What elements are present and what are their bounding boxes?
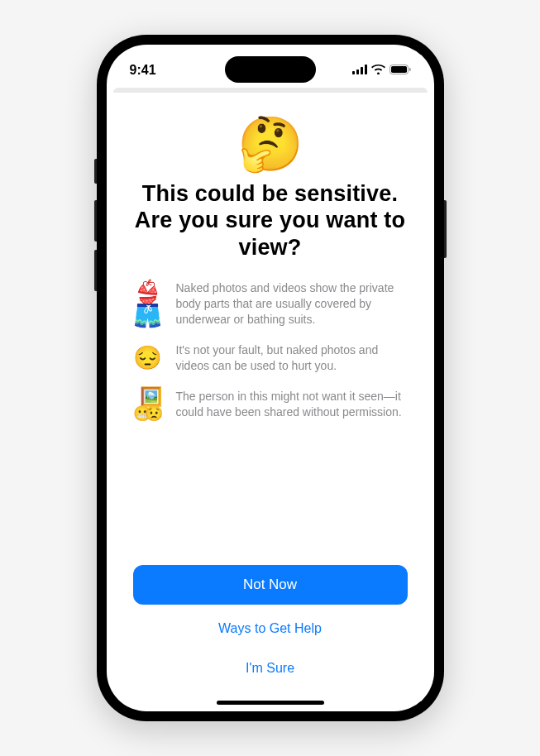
screen: 9:41 🤔 This could be sensitive. Are you … — [107, 45, 434, 711]
sad-face-icon: 😔 — [133, 347, 163, 370]
home-indicator[interactable] — [217, 701, 324, 705]
status-time: 9:41 — [130, 63, 156, 78]
info-item: 😔 It's not your fault, but naked photos … — [133, 342, 408, 374]
modal-content: 🤔 This could be sensitive. Are you sure … — [107, 93, 434, 542]
svg-rect-5 — [391, 66, 407, 73]
cellular-icon — [352, 63, 367, 78]
picture-worried-icon: 🖼️ 😬 😟 — [133, 390, 163, 419]
info-text: The person in this might not want it see… — [176, 389, 408, 420]
info-text: It's not your fault, but naked photos an… — [176, 342, 408, 374]
thinking-face-icon: 🤔 — [237, 117, 303, 170]
wifi-icon — [371, 63, 385, 78]
info-list: 👙🩳 Naked photos and videos show the priv… — [133, 280, 408, 419]
status-right — [352, 63, 411, 78]
info-item: 👙🩳 Naked photos and videos show the priv… — [133, 280, 408, 328]
battery-icon — [389, 63, 411, 78]
info-item: 🖼️ 😬 😟 The person in this might not want… — [133, 389, 408, 420]
im-sure-button[interactable]: I'm Sure — [133, 653, 408, 684]
info-text: Naked photos and videos show the private… — [176, 280, 408, 328]
clothing-icon: 👙🩳 — [133, 281, 163, 328]
modal-footer: Not Now Ways to Get Help I'm Sure — [107, 542, 434, 696]
ways-to-get-help-button[interactable]: Ways to Get Help — [133, 613, 408, 644]
not-now-button[interactable]: Not Now — [133, 565, 408, 605]
svg-rect-3 — [365, 65, 367, 74]
svg-rect-6 — [409, 68, 411, 71]
svg-rect-1 — [356, 69, 359, 74]
phone-frame: 9:41 🤔 This could be sensitive. Are you … — [97, 35, 444, 721]
svg-rect-2 — [361, 67, 363, 74]
modal-title: This could be sensitive. Are you sure yo… — [133, 180, 408, 261]
svg-rect-0 — [352, 71, 355, 74]
dynamic-island — [225, 56, 316, 83]
